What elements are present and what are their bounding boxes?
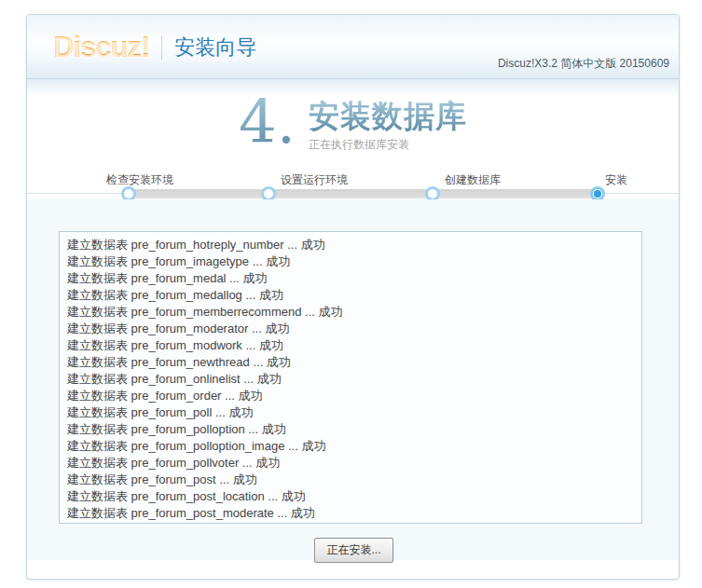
- step-label-check-env: 检查安装环境: [106, 173, 173, 186]
- logo-row: Discuz! 安装向导: [53, 31, 256, 64]
- log-line: 建立数据表 pre_forum_hotreply_number ... 成功: [67, 237, 634, 253]
- install-log[interactable]: 建立数据表 pre_forum_hotreply_number ... 成功 建…: [59, 231, 642, 524]
- log-line: 建立数据表 pre_forum_medallog ... 成功: [67, 287, 634, 304]
- step-heading: 4. 安装数据库 正在执行数据库安装: [27, 92, 679, 153]
- log-line: 建立数据表 pre_forum_pollvoter ... 成功: [67, 455, 634, 472]
- step-subtitle: 正在执行数据库安装: [309, 137, 467, 153]
- step-titles: 安装数据库 正在执行数据库安装: [309, 92, 467, 153]
- log-line: 建立数据表 pre_forum_poll ... 成功: [67, 404, 634, 421]
- step-label-runtime-env: 设置运行环境: [281, 173, 348, 186]
- log-line: 建立数据表 pre_forum_modwork ... 成功: [67, 337, 634, 354]
- log-line: 建立数据表 pre_forum_polloption_image ... 成功: [67, 438, 634, 455]
- log-line: 建立数据表 pre_forum_imagetype ... 成功: [67, 253, 634, 270]
- wizard-title: 安装向导: [174, 34, 256, 62]
- install-wizard-panel: Discuz! 安装向导 Discuz!X3.2 简体中文版 20150609 …: [26, 14, 680, 580]
- log-line: 建立数据表 pre_forum_moderator ... 成功: [67, 321, 634, 337]
- button-row: 正在安装...: [27, 538, 680, 563]
- step-label-install: 安装: [605, 173, 627, 186]
- step-label-create-db: 创建数据库: [445, 173, 501, 186]
- installing-button[interactable]: 正在安装...: [314, 538, 392, 563]
- log-line: 建立数据表 pre_forum_post_location ... 成功: [67, 488, 634, 505]
- log-line: 建立数据表 pre_forum_memberrecommend ... 成功: [67, 304, 634, 321]
- step-title: 安装数据库: [309, 100, 467, 133]
- log-line: 建立数据表 pre_forum_polloption ... 成功: [67, 421, 634, 438]
- stepper-line-left: [27, 193, 130, 194]
- stepper-line-right: [598, 193, 679, 194]
- content-area: 建立数据表 pre_forum_hotreply_number ... 成功 建…: [27, 199, 680, 560]
- log-line: 建立数据表 pre_forum_post ... 成功: [67, 472, 634, 488]
- log-line: 建立数据表 pre_forum_medal ... 成功: [67, 270, 634, 287]
- version-label: Discuz!X3.2 简体中文版 20150609: [498, 56, 669, 72]
- step-number: 4.: [239, 92, 296, 153]
- logo-divider: [161, 35, 162, 60]
- log-line: 建立数据表 pre_forum_onlinelist ... 成功: [67, 371, 634, 388]
- discuz-logo: Discuz!: [53, 31, 149, 64]
- wizard-header: Discuz! 安装向导 Discuz!X3.2 简体中文版 20150609: [27, 15, 679, 79]
- log-line: 建立数据表 pre_forum_order ... 成功: [67, 388, 634, 404]
- stepper-bar: [125, 189, 602, 198]
- log-line: 建立数据表 pre_forum_post_moderate ... 成功: [67, 505, 634, 522]
- log-line: 建立数据表 pre_forum_newthread ... 成功: [67, 354, 634, 371]
